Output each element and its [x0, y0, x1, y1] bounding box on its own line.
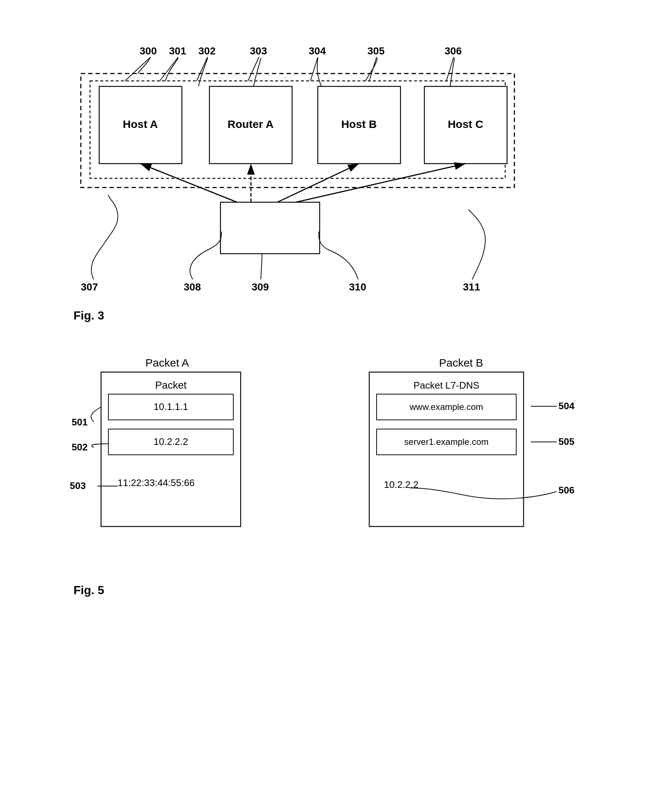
svg-line-2 [125, 57, 150, 81]
svg-text:506: 506 [558, 485, 574, 496]
svg-text:Packet L7-DNS: Packet L7-DNS [413, 380, 479, 391]
svg-rect-17 [90, 81, 505, 178]
svg-rect-20 [210, 87, 292, 164]
svg-text:305: 305 [367, 45, 385, 57]
svg-text:Host A: Host A [123, 118, 158, 130]
svg-rect-53 [377, 429, 516, 455]
svg-text:304: 304 [309, 45, 326, 57]
svg-line-4 [160, 57, 178, 81]
svg-text:10.1.1.1: 10.1.1.1 [154, 401, 188, 412]
svg-text:308: 308 [184, 281, 201, 293]
svg-line-8 [248, 57, 259, 81]
svg-text:309: 309 [252, 281, 269, 293]
svg-text:Host C: Host C [448, 118, 483, 130]
svg-rect-24 [424, 87, 507, 164]
svg-line-10 [310, 57, 318, 81]
svg-text:503: 503 [70, 480, 86, 491]
svg-text:504: 504 [558, 400, 574, 411]
svg-text:311: 311 [463, 281, 480, 293]
svg-text:10.2.2.2: 10.2.2.2 [154, 436, 188, 447]
svg-rect-51 [377, 394, 516, 420]
svg-rect-26 [221, 202, 320, 254]
svg-text:306: 306 [445, 45, 462, 57]
svg-text:www.example.com: www.example.com [409, 402, 483, 412]
svg-text:301: 301 [169, 45, 186, 57]
svg-rect-22 [318, 87, 400, 164]
svg-text:10.2.2.2: 10.2.2.2 [384, 479, 419, 490]
svg-text:501: 501 [72, 417, 88, 428]
svg-text:502: 502 [72, 441, 88, 453]
fig5-diagram: Packet A Packet 10.1.1.1 10.2.2.2 11:22:… [61, 352, 612, 591]
svg-rect-40 [109, 394, 233, 420]
svg-line-14 [446, 57, 454, 81]
svg-text:11:22:33:44:55:66: 11:22:33:44:55:66 [118, 477, 195, 488]
svg-line-29 [277, 164, 359, 202]
svg-text:server1.example.com: server1.example.com [404, 437, 488, 447]
svg-line-12 [369, 57, 377, 81]
svg-line-27 [140, 164, 237, 202]
svg-text:307: 307 [81, 281, 98, 293]
svg-rect-49 [369, 372, 523, 526]
fig3-diagram: 300 301 302 303 304 305 306 [61, 37, 612, 313]
svg-text:Packet A: Packet A [145, 357, 189, 369]
svg-text:Host B: Host B [341, 118, 377, 130]
svg-text:505: 505 [558, 436, 574, 447]
svg-text:300: 300 [139, 45, 157, 57]
svg-line-30 [296, 164, 466, 202]
svg-rect-18 [99, 87, 182, 164]
svg-text:302: 302 [198, 45, 216, 57]
svg-line-6 [197, 57, 208, 81]
svg-text:310: 310 [349, 281, 366, 293]
svg-rect-16 [81, 74, 514, 188]
svg-text:Packet: Packet [155, 379, 187, 391]
svg-text:Packet B: Packet B [439, 357, 483, 369]
svg-text:303: 303 [250, 45, 267, 57]
svg-text:Router A: Router A [227, 118, 274, 130]
svg-rect-38 [101, 372, 241, 526]
page: 300 301 302 303 304 305 306 [0, 0, 672, 796]
svg-rect-42 [109, 429, 233, 455]
